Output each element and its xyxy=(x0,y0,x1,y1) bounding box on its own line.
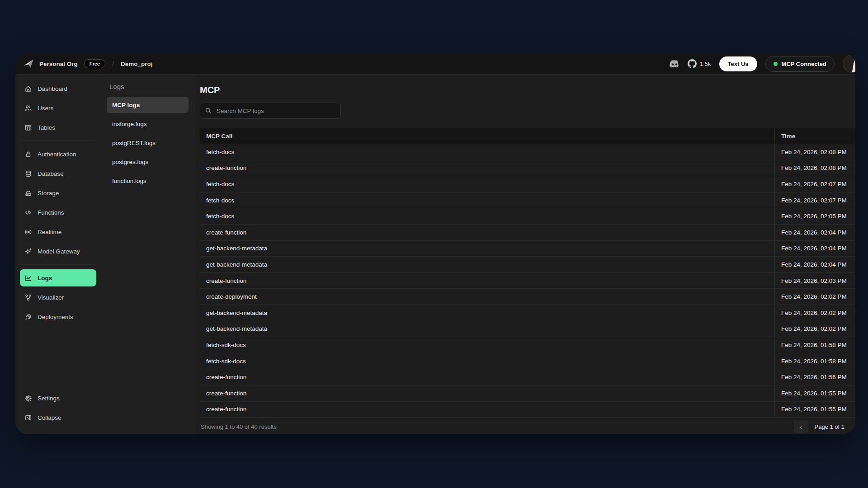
sidebar-divider xyxy=(21,141,95,141)
sidebar-item-dashboard[interactable]: Dashboard xyxy=(20,80,96,97)
table-row[interactable]: fetch-docs Feb 24, 2026, 02:07 PM xyxy=(200,176,855,192)
log-tab-postgrest-logs[interactable]: postgREST.logs xyxy=(107,135,189,151)
table-row[interactable]: fetch-docs Feb 24, 2026, 02:07 PM xyxy=(200,192,855,209)
discord-icon[interactable] xyxy=(670,60,679,68)
table-row[interactable]: create-function Feb 24, 2026, 02:04 PM xyxy=(200,225,855,241)
time-cell: Feb 24, 2026, 02:04 PM xyxy=(774,257,855,272)
sidebar-item-realtime[interactable]: Realtime xyxy=(20,223,96,240)
status-dot-icon xyxy=(774,62,778,66)
sidebar-item-users[interactable]: Users xyxy=(20,99,96,117)
lock-icon xyxy=(24,150,32,158)
time-cell: Feb 24, 2026, 02:02 PM xyxy=(774,289,855,305)
table-header: MCP Call Time xyxy=(200,128,855,144)
github-link[interactable]: 1.5k xyxy=(688,59,711,68)
home-icon xyxy=(24,85,32,93)
prev-page-button[interactable]: ‹ xyxy=(794,421,808,432)
mcp-call-cell: create-function xyxy=(200,273,774,289)
sidebar-item-visualizer[interactable]: Visualizer xyxy=(20,289,96,306)
mcp-call-cell: get-backend-metadata xyxy=(200,305,774,321)
table-row[interactable]: get-backend-metadata Feb 24, 2026, 02:02… xyxy=(200,305,855,321)
log-tab-insforge-logs[interactable]: insforge.logs xyxy=(107,116,189,132)
avatar[interactable] xyxy=(843,55,855,73)
time-cell: Feb 24, 2026, 01:58 PM xyxy=(774,337,855,353)
mcp-call-cell: create-function xyxy=(200,369,774,385)
mcp-call-cell: get-backend-metadata xyxy=(200,257,774,272)
main-content: MCP MCP Call Time fetch-docs Feb 24, 202… xyxy=(194,75,855,434)
sidebar-item-storage[interactable]: Storage xyxy=(20,184,96,202)
table-row[interactable]: fetch-docs Feb 24, 2026, 02:08 PM xyxy=(200,144,855,160)
page-indicator: Page 1 of 1 xyxy=(815,423,845,430)
mcp-call-cell: fetch-sdk-docs xyxy=(200,337,774,353)
pagination: ‹ Page 1 of 1 xyxy=(794,421,845,432)
table-row[interactable]: create-function Feb 24, 2026, 01:56 PM xyxy=(200,369,855,385)
search-input[interactable] xyxy=(200,103,341,119)
mcp-call-cell: create-function xyxy=(200,160,774,176)
table-row[interactable]: fetch-docs Feb 24, 2026, 02:05 PM xyxy=(200,208,855,225)
search-container xyxy=(200,103,341,119)
time-cell: Feb 24, 2026, 02:05 PM xyxy=(774,208,855,224)
storage-icon xyxy=(24,189,32,197)
mcp-call-cell: get-backend-metadata xyxy=(200,241,774,257)
table-row[interactable]: get-backend-metadata Feb 24, 2026, 02:04… xyxy=(200,241,855,257)
mcp-call-cell: create-function xyxy=(200,402,774,418)
gear-icon xyxy=(24,394,32,402)
database-icon xyxy=(24,170,32,178)
log-tab-postgres-logs[interactable]: postgres.logs xyxy=(107,154,189,170)
log-tab-function-logs[interactable]: function.logs xyxy=(107,173,189,189)
text-us-button[interactable]: Text Us xyxy=(719,56,757,71)
time-cell: Feb 24, 2026, 02:08 PM xyxy=(774,144,855,160)
table-row[interactable]: create-function Feb 24, 2026, 02:08 PM xyxy=(200,160,855,177)
table-row[interactable]: fetch-sdk-docs Feb 24, 2026, 01:58 PM xyxy=(200,337,855,353)
topbar: Personal Org Free / Demo_proj 1.5k Text … xyxy=(15,53,855,75)
logs-panel: Logs MCP logs insforge.logs postgREST.lo… xyxy=(101,75,194,434)
page-title: MCP xyxy=(200,84,855,95)
mcp-logs-table: MCP Call Time fetch-docs Feb 24, 2026, 0… xyxy=(200,128,855,434)
mcp-status-label: MCP Connected xyxy=(782,61,826,67)
time-cell: Feb 24, 2026, 02:04 PM xyxy=(774,241,855,257)
org-breadcrumb[interactable]: Personal Org xyxy=(39,61,78,67)
sidebar: Dashboard Users Tables xyxy=(15,75,101,434)
topbar-actions: 1.5k Text Us MCP Connected xyxy=(670,55,849,73)
time-cell: Feb 24, 2026, 02:07 PM xyxy=(774,192,855,208)
table-row[interactable]: create-function Feb 24, 2026, 01:55 PM xyxy=(200,402,855,418)
sidebar-item-database[interactable]: Database xyxy=(20,165,96,182)
time-cell: Feb 24, 2026, 01:58 PM xyxy=(774,353,855,369)
app-body: Dashboard Users Tables xyxy=(15,75,855,434)
sidebar-item-tables[interactable]: Tables xyxy=(20,119,96,136)
mcp-call-cell: fetch-docs xyxy=(200,144,774,160)
github-star-count: 1.5k xyxy=(700,61,711,67)
table-row[interactable]: get-backend-metadata Feb 24, 2026, 02:04… xyxy=(200,257,855,273)
mcp-call-cell: create-function xyxy=(200,385,774,401)
time-cell: Feb 24, 2026, 02:03 PM xyxy=(774,273,855,289)
nodes-icon xyxy=(24,294,32,301)
time-cell: Feb 24, 2026, 02:04 PM xyxy=(774,225,855,240)
broadcast-icon xyxy=(24,228,32,236)
project-breadcrumb[interactable]: Demo_proj xyxy=(121,61,153,67)
time-cell: Feb 24, 2026, 01:55 PM xyxy=(774,402,855,418)
sidebar-item-collapse[interactable]: Collapse xyxy=(20,409,96,426)
table-icon xyxy=(24,124,32,131)
table-row[interactable]: get-backend-metadata Feb 24, 2026, 02:02… xyxy=(200,321,855,338)
sidebar-item-functions[interactable]: Functions xyxy=(20,204,96,221)
sidebar-item-logs[interactable]: Logs xyxy=(20,269,96,286)
table-body: fetch-docs Feb 24, 2026, 02:08 PM create… xyxy=(200,144,855,418)
code-icon xyxy=(24,209,32,216)
results-count: Showing 1 to 40 of 40 results xyxy=(201,423,277,430)
sidebar-item-model-gateway[interactable]: Model Gateway xyxy=(20,243,96,260)
time-cell: Feb 24, 2026, 02:07 PM xyxy=(774,176,855,192)
sidebar-item-settings[interactable]: Settings xyxy=(20,389,96,407)
insforge-logo-icon[interactable] xyxy=(23,58,34,70)
mcp-status-pill[interactable]: MCP Connected xyxy=(765,56,835,72)
time-cell: Feb 24, 2026, 01:55 PM xyxy=(774,385,855,401)
sidebar-item-authentication[interactable]: Authentication xyxy=(20,145,96,163)
sidebar-bottom-group: Settings Collapse xyxy=(20,389,96,428)
time-cell: Feb 24, 2026, 02:08 PM xyxy=(774,160,855,176)
chart-line-icon xyxy=(24,274,32,282)
sidebar-item-deployments[interactable]: Deployments xyxy=(20,308,96,325)
table-row[interactable]: fetch-sdk-docs Feb 24, 2026, 01:58 PM xyxy=(200,353,855,370)
mcp-call-cell: fetch-sdk-docs xyxy=(200,353,774,369)
table-row[interactable]: create-function Feb 24, 2026, 02:03 PM xyxy=(200,273,855,289)
table-row[interactable]: create-deployment Feb 24, 2026, 02:02 PM xyxy=(200,289,855,305)
log-tab-mcp-logs[interactable]: MCP logs xyxy=(107,97,189,113)
table-row[interactable]: create-function Feb 24, 2026, 01:55 PM xyxy=(200,385,855,402)
